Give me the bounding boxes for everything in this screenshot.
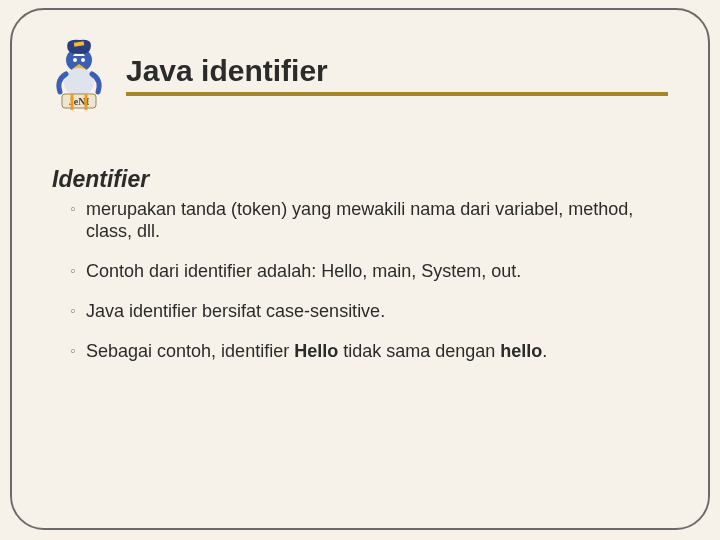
- slide-header: JeNI Java identifier: [46, 38, 660, 112]
- list-item: Sebagai contoh, identifier Hello tidak s…: [70, 341, 640, 363]
- bullet-list: merupakan tanda (token) yang mewakili na…: [70, 199, 660, 363]
- list-item: Java identifier bersifat case-sensitive.: [70, 301, 640, 323]
- svg-point-1: [73, 58, 77, 62]
- section-heading: Identifier: [52, 166, 660, 193]
- slide-frame: JeNI Java identifier Identifier merupaka…: [10, 8, 710, 530]
- title-underline: [126, 92, 668, 96]
- slide-title: Java identifier: [126, 54, 660, 88]
- title-block: Java identifier: [126, 54, 660, 96]
- list-item: Contoh dari identifier adalah: Hello, ma…: [70, 261, 640, 283]
- list-item: merupakan tanda (token) yang mewakili na…: [70, 199, 640, 243]
- jeni-logo-icon: JeNI: [46, 38, 112, 112]
- svg-point-5: [64, 68, 94, 96]
- svg-point-2: [81, 58, 85, 62]
